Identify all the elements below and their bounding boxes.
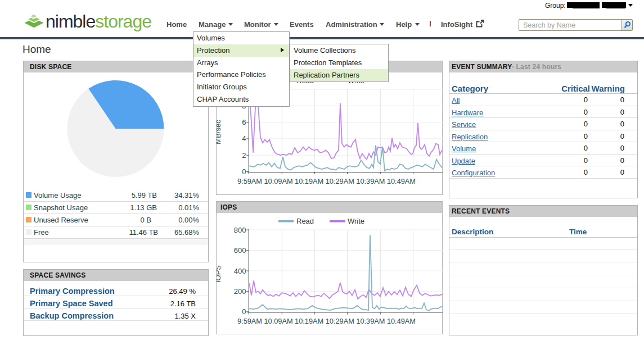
svg-text:Read: Read — [296, 217, 314, 225]
svg-text:Write: Write — [348, 217, 364, 225]
svg-text:200: 200 — [234, 287, 246, 296]
svg-text:0: 0 — [242, 307, 246, 316]
svg-text:MB/sec: MB/sec — [217, 120, 222, 144]
svg-text:2: 2 — [242, 151, 246, 160]
svg-text:9:59AM 10:09AM 10:19AM 10:29AM: 9:59AM 10:09AM 10:19AM 10:29AM 10:39AM 1… — [237, 317, 416, 325]
svg-text:IOPS: IOPS — [217, 265, 222, 283]
svg-text:600: 600 — [234, 246, 246, 255]
svg-text:9:59AM 10:09AM 10:19AM 10:29AM: 9:59AM 10:09AM 10:19AM 10:29AM 10:39AM 1… — [237, 177, 416, 185]
svg-text:800: 800 — [234, 226, 246, 234]
svg-text:4: 4 — [242, 134, 246, 143]
svg-text:400: 400 — [234, 267, 246, 275]
svg-text:6: 6 — [242, 118, 246, 126]
svg-text:0: 0 — [242, 167, 246, 176]
